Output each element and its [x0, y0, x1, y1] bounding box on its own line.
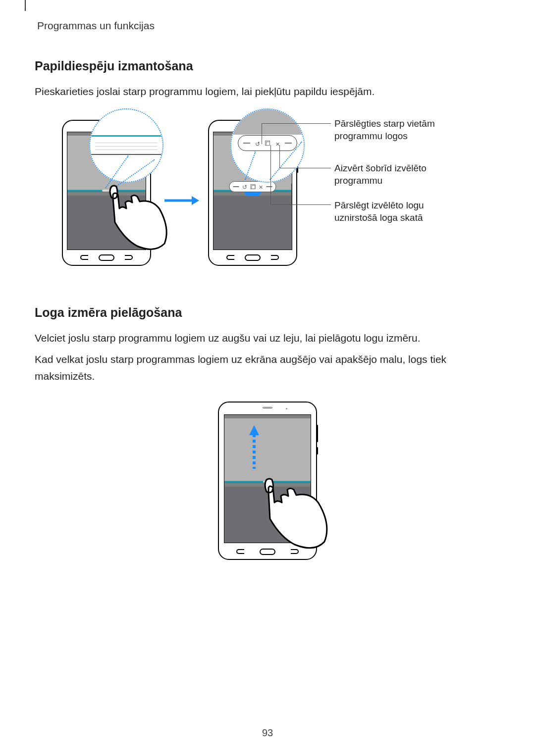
leader-line — [279, 145, 280, 168]
leader-line — [262, 123, 262, 144]
close-icon — [259, 183, 263, 191]
leader-line — [262, 123, 331, 124]
page-number: 93 — [262, 727, 273, 739]
swap-icon — [255, 139, 260, 148]
section2-title: Loga izmēra pielāgošana — [35, 305, 500, 320]
chapter-header: Programmas un funkcijas — [35, 20, 500, 32]
figure-additional-options: Pārslēgties starp vietām programmu logos… — [50, 112, 500, 271]
callout-close: Aizvērt šobrīd izvēlēto programmu — [334, 162, 463, 187]
callout-popup: Pārslēgt izvēlēto logu uznirstošā loga s… — [334, 199, 463, 224]
popup-window-icon — [250, 184, 255, 189]
callout-swap: Pārslēgties starp vietām programmu logos — [334, 117, 463, 143]
section2-paragraph1: Velciet joslu starp programmu logiem uz … — [35, 330, 500, 347]
figure-resize-window — [208, 397, 327, 565]
options-pill — [229, 181, 276, 192]
page-content: Programmas un funkcijas Papildiespēju iz… — [0, 0, 535, 565]
leader-line — [270, 145, 271, 204]
arrow-right-icon — [164, 197, 199, 204]
magnifier-options-icon — [230, 108, 305, 183]
leader-line — [270, 204, 291, 205]
section1-paragraph: Pieskarieties joslai starp programmu log… — [35, 83, 500, 100]
section2-paragraph2: Kad velkat joslu starp programmas logiem… — [35, 351, 500, 384]
section1-title: Papildiespēju izmantošana — [35, 59, 500, 73]
leader-line — [291, 184, 292, 204]
magnifier-tap-icon — [89, 108, 163, 183]
leader-line — [279, 168, 331, 168]
leader-line — [291, 204, 331, 205]
tab-marker — [25, 0, 26, 11]
popup-window-icon — [265, 141, 270, 146]
swap-icon — [242, 183, 247, 191]
drag-hand-icon — [253, 471, 347, 570]
